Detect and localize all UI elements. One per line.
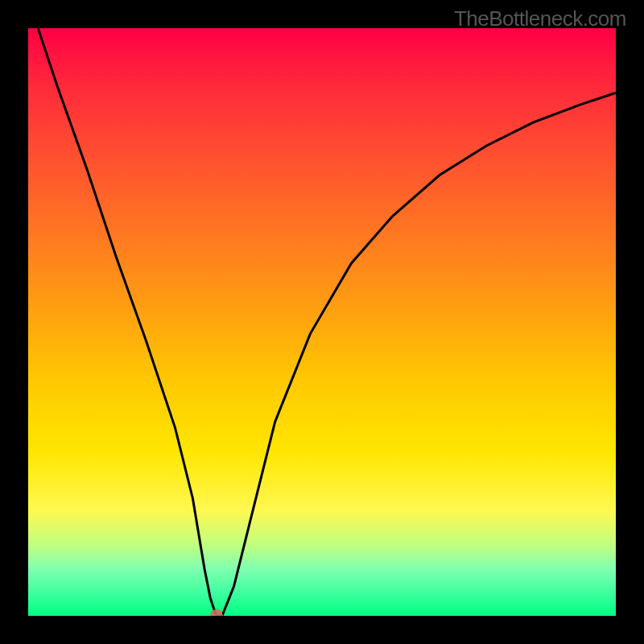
watermark-text: TheBottleneck.com [454, 6, 626, 31]
optimal-point-marker [210, 609, 223, 622]
chart-frame: TheBottleneck.com [0, 0, 644, 644]
bottleneck-curve [28, 28, 616, 616]
